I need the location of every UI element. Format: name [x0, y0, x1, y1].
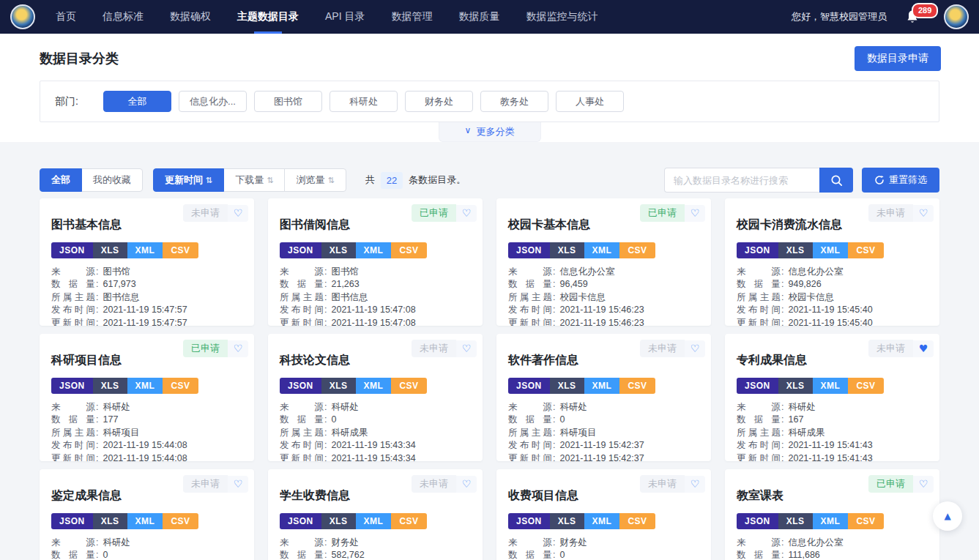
tab-all[interactable]: 全部 — [40, 168, 82, 192]
volume-value: 0 — [559, 549, 565, 560]
nav-item-api-catalog[interactable]: API 目录 — [325, 0, 365, 34]
favorite-heart-icon[interactable]: ♡ — [685, 205, 705, 222]
published-line: 发布时间: 2021-11-19 15:46:23 — [508, 304, 699, 316]
card-info: 来源: 科研处 数据量: 0 所属主题: 科研项目 发布时间: 更新时间: — [51, 537, 242, 560]
department-info-office[interactable]: 信息化办... — [179, 91, 247, 112]
card-status-row: 未申请 ♥ — [868, 340, 934, 357]
volume-value: 949,826 — [788, 278, 821, 291]
more-categories-toggle[interactable]: ∨ 更多分类 — [439, 122, 541, 142]
format-badge-xls: XLS — [550, 242, 584, 258]
department-research[interactable]: 科研处 — [330, 91, 398, 112]
favorite-heart-icon[interactable]: ♡ — [913, 205, 934, 222]
catalog-apply-button[interactable]: 数据目录申请 — [855, 46, 941, 71]
topic-line: 所属主题: 科研项目 — [508, 427, 699, 439]
volume-line: 数据量: 0 — [508, 549, 699, 560]
back-to-top-button[interactable]: ▲ — [933, 501, 962, 531]
published-value: 2021-11-19 15:44:08 — [103, 439, 187, 452]
nav-item-data-quality[interactable]: 数据质量 — [458, 0, 499, 34]
format-badge-json: JSON — [508, 378, 550, 394]
colon: : — [96, 427, 98, 439]
nav-item-data-rights[interactable]: 数据确权 — [170, 0, 211, 34]
source-label: 来源 — [51, 266, 95, 278]
search-button[interactable] — [819, 168, 853, 193]
colon: : — [553, 427, 555, 439]
department-academic[interactable]: 教务处 — [480, 91, 548, 112]
colon: : — [324, 266, 327, 278]
favorite-heart-icon[interactable]: ♡ — [228, 340, 248, 357]
favorite-heart-icon[interactable]: ♡ — [456, 205, 477, 222]
nav-item-data-monitoring[interactable]: 数据监控与统计 — [526, 0, 598, 34]
catalog-card[interactable]: 已申请 ♡ 科研项目信息 JSON XLS XML CSV 来源: 科研处 数据… — [40, 334, 254, 461]
colon: : — [553, 304, 555, 316]
favorite-heart-icon[interactable]: ♥ — [913, 340, 934, 357]
format-badge-csv: CSV — [619, 242, 655, 258]
format-badge-xls: XLS — [778, 513, 813, 529]
favorite-heart-icon[interactable]: ♡ — [456, 340, 477, 357]
format-badge-xml: XML — [356, 378, 392, 394]
favorite-heart-icon[interactable]: ♡ — [685, 340, 705, 357]
topic-value: 科研项目 — [559, 427, 596, 439]
catalog-card[interactable]: 未申请 ♡ 科技论文信息 JSON XLS XML CSV 来源: 科研处 数据… — [268, 334, 483, 461]
colon: : — [324, 401, 327, 414]
department-library[interactable]: 图书馆 — [254, 91, 322, 112]
status-badge: 已申请 — [868, 475, 913, 493]
notification-bell[interactable]: 289 — [906, 10, 919, 24]
source-value: 科研处 — [559, 401, 587, 414]
colon: : — [781, 266, 783, 278]
nav-item-data-management[interactable]: 数据管理 — [391, 0, 432, 34]
app-logo[interactable] — [10, 4, 35, 29]
topic-label: 所属主题 — [280, 427, 324, 439]
nav-item-info-standard[interactable]: 信息标准 — [103, 0, 144, 34]
catalog-card[interactable]: 已申请 ♡ 图书借阅信息 JSON XLS XML CSV 来源: 图书馆 数据… — [268, 198, 483, 326]
favorite-heart-icon[interactable]: ♡ — [685, 476, 705, 493]
updated-label: 更新时间 — [737, 452, 781, 461]
source-value: 财务处 — [331, 537, 359, 549]
published-value: 2021-11-19 15:47:57 — [103, 304, 187, 316]
catalog-card[interactable]: 已申请 ♡ 教室课表 JSON XLS XML CSV 来源: 信息化办公室 数… — [725, 469, 939, 560]
nav-item-topic-catalog[interactable]: 主题数据目录 — [237, 0, 299, 34]
count-value: 22 — [381, 172, 403, 189]
catalog-card[interactable]: 未申请 ♡ 软件著作信息 JSON XLS XML CSV 来源: 科研处 数据… — [496, 334, 711, 461]
navbar-right: 您好，智慧校园管理员 289 — [792, 4, 969, 29]
card-info: 来源: 图书馆 数据量: 21,263 所属主题: 图书信息 发布时间: 202… — [280, 266, 471, 326]
department-hr[interactable]: 人事处 — [556, 91, 624, 112]
tab-my-favorites[interactable]: 我的收藏 — [81, 168, 143, 192]
favorite-heart-icon[interactable]: ♡ — [228, 476, 248, 493]
volume-line: 数据量: 0 — [508, 414, 699, 426]
search-input[interactable] — [664, 168, 819, 193]
catalog-card[interactable]: 未申请 ♡ 鉴定成果信息 JSON XLS XML CSV 来源: 科研处 数据… — [40, 469, 254, 560]
published-value: 2021-11-19 15:46:23 — [559, 304, 644, 316]
favorite-heart-icon[interactable]: ♡ — [228, 205, 248, 222]
search-icon — [830, 174, 843, 187]
colon: : — [553, 414, 555, 426]
catalog-card[interactable]: 未申请 ♥ 专利成果信息 JSON XLS XML CSV 来源: 科研处 数据… — [725, 334, 939, 461]
catalog-card[interactable]: 未申请 ♡ 收费项目信息 JSON XLS XML CSV 来源: 财务处 数据… — [496, 469, 711, 560]
count-suffix: 条数据目录。 — [409, 173, 466, 187]
card-info: 来源: 科研处 数据量: 177 所属主题: 科研项目 发布时间: 2021-1… — [51, 401, 242, 461]
sort-view-count[interactable]: 浏览量 ⇅ — [284, 168, 346, 192]
published-label: 发布时间 — [737, 304, 781, 316]
sort-update-time[interactable]: 更新时间 ⇅ — [153, 168, 224, 192]
catalog-card[interactable]: 未申请 ♡ 校园卡消费流水信息 JSON XLS XML CSV 来源: 信息化… — [725, 198, 939, 326]
published-line: 发布时间: 2021-11-19 15:41:43 — [737, 439, 928, 452]
catalog-card[interactable]: 未申请 ♡ 图书基本信息 JSON XLS XML CSV 来源: 图书馆 数据… — [40, 198, 254, 326]
catalog-card[interactable]: 未申请 ♡ 学生收费信息 JSON XLS XML CSV 来源: 财务处 数据… — [268, 469, 483, 560]
source-label: 来源 — [737, 401, 781, 414]
volume-label: 数据量 — [51, 549, 95, 560]
card-info: 来源: 财务处 数据量: 0 所属主题: 收费信息 发布时间: 更新时间: — [508, 537, 699, 560]
nav-item-home[interactable]: 首页 — [56, 0, 76, 34]
colon: : — [553, 549, 555, 560]
favorite-heart-icon[interactable]: ♡ — [456, 476, 477, 493]
user-avatar[interactable] — [944, 4, 969, 29]
format-badge-json: JSON — [508, 242, 550, 258]
sort-download-count[interactable]: 下载量 ⇅ — [223, 168, 285, 192]
colon: : — [781, 549, 783, 560]
department-all[interactable]: 全部 — [103, 91, 171, 112]
format-badge-xls: XLS — [321, 242, 356, 258]
catalog-card[interactable]: 已申请 ♡ 校园卡基本信息 JSON XLS XML CSV 来源: 信息化办公… — [496, 198, 711, 326]
reset-filters-button[interactable]: 重置筛选 — [862, 168, 939, 193]
department-finance[interactable]: 财务处 — [405, 91, 473, 112]
format-badge-csv: CSV — [619, 378, 655, 394]
volume-value: 177 — [103, 414, 118, 426]
favorite-heart-icon[interactable]: ♡ — [913, 476, 934, 493]
